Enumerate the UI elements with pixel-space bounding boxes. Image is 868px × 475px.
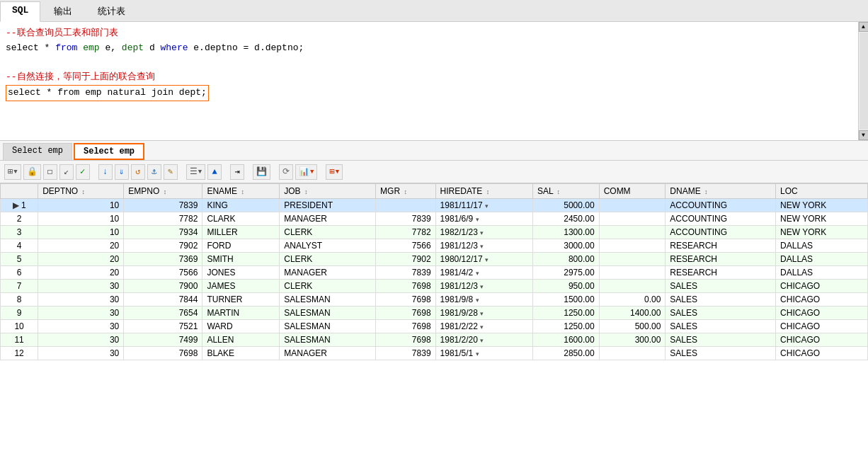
cell-mgr: 7902 <box>376 253 436 266</box>
result-tab-1[interactable]: Select emp <box>3 143 72 160</box>
cell-empno: 7844 <box>124 293 202 307</box>
nav-up-btn[interactable]: ▲ <box>207 164 222 180</box>
scroll-down-btn[interactable]: ▼ <box>859 130 869 140</box>
table-row[interactable]: 11307499ALLENSALESMAN76981981/2/20 ▾1600… <box>1 333 868 347</box>
table-row[interactable]: ▶ 1107839KINGPRESIDENT1981/11/17 ▾5000.0… <box>1 199 868 212</box>
cell-sal: 1600.00 <box>532 333 599 347</box>
cell-deptno: 20 <box>38 253 124 266</box>
col-header-comm[interactable]: COMM <box>599 184 666 199</box>
import-btn[interactable]: ↙ <box>59 164 74 180</box>
chart-btn[interactable]: 📊▼ <box>295 164 317 180</box>
cell-sal: 2450.00 <box>532 212 599 226</box>
cell-dname: SALES <box>666 333 776 347</box>
col-header-loc[interactable]: LOC <box>776 184 868 199</box>
cell-job: CLERK <box>280 226 376 239</box>
cell-ename: FORD <box>202 239 280 253</box>
cell-job: ANALYST <box>280 239 376 253</box>
anchor-btn[interactable]: ⚓ <box>147 164 161 180</box>
cell-ename: MARTIN <box>202 307 280 320</box>
sql-comment-2: --自然连接，等同于上面的联合查询 <box>6 70 862 85</box>
table-row[interactable]: 8307844TURNERSALESMAN76981981/9/8 ▾1500.… <box>1 293 868 307</box>
sql-line-2: select * from emp natural join dept; <box>6 85 862 101</box>
cell-dname: RESEARCH <box>666 253 776 266</box>
reload-btn[interactable]: ⟳ <box>279 164 293 180</box>
row-number: 12 <box>1 347 38 360</box>
col-header-deptno[interactable]: DEPTNO ↕ <box>38 184 124 199</box>
nav-down-all-btn[interactable]: ⇓ <box>115 164 129 180</box>
cell-comm <box>599 253 666 266</box>
cell-job: MANAGER <box>280 347 376 360</box>
save-btn[interactable]: 💾 <box>253 164 270 180</box>
cell-hiredate: 1980/12/17 ▾ <box>435 253 532 266</box>
cell-job: MANAGER <box>280 266 376 280</box>
table-row[interactable]: 2107782CLARKMANAGER78391981/6/9 ▾2450.00… <box>1 212 868 226</box>
cell-mgr: 7839 <box>376 266 436 280</box>
sql-editor[interactable]: --联合查询员工表和部门表 select * from emp e, dept … <box>0 22 868 141</box>
refresh-btn[interactable]: ↺ <box>131 164 145 180</box>
cell-loc: CHICAGO <box>776 293 868 307</box>
tab-output[interactable]: 输出 <box>42 1 84 21</box>
cell-loc: NEW YORK <box>776 226 868 239</box>
edit-btn[interactable]: ✎ <box>164 164 178 180</box>
cell-dname: SALES <box>666 320 776 333</box>
scroll-up-btn[interactable]: ▲ <box>859 22 869 32</box>
cell-empno: 7839 <box>124 199 202 212</box>
col-header-sal[interactable]: SAL ↕ <box>532 184 599 199</box>
table-row[interactable]: 3107934MILLERCLERK77821982/1/23 ▾1300.00… <box>1 226 868 239</box>
cell-comm: 0.00 <box>599 293 666 307</box>
table-row[interactable]: 12307698BLAKEMANAGER78391981/5/1 ▾2850.0… <box>1 347 868 360</box>
check-btn[interactable]: ✓ <box>76 164 90 180</box>
cell-job: CLERK <box>280 280 376 293</box>
tab-sql[interactable]: SQL <box>0 1 40 22</box>
cell-ename: MILLER <box>202 226 280 239</box>
col-header-empno[interactable]: EMPNO ↕ <box>124 184 202 199</box>
cell-mgr: 7698 <box>376 333 436 347</box>
cell-deptno: 30 <box>38 347 124 360</box>
grid-toggle-btn[interactable]: ⊞▼ <box>4 164 21 180</box>
cell-loc: DALLAS <box>776 253 868 266</box>
result-tab-2[interactable]: Select emp <box>74 143 144 160</box>
row-number: 3 <box>1 226 38 239</box>
cell-dname: ACCOUNTING <box>666 199 776 212</box>
table-row[interactable]: 6207566JONESMANAGER78391981/4/2 ▾2975.00… <box>1 266 868 280</box>
table-row[interactable]: 7307900JAMESCLERK76981981/12/3 ▾950.00SA… <box>1 280 868 293</box>
lock-btn[interactable]: 🔒 <box>23 164 41 180</box>
cell-hiredate: 1981/6/9 ▾ <box>435 212 532 226</box>
col-header-ename[interactable]: ENAME ↕ <box>202 184 280 199</box>
col-header-hiredate[interactable]: HIREDATE ↕ <box>435 184 532 199</box>
row-number: 5 <box>1 253 38 266</box>
table-layout-btn[interactable]: ⊞▼ <box>326 164 343 180</box>
cell-empno: 7499 <box>124 333 202 347</box>
tab-stats[interactable]: 统计表 <box>86 1 137 21</box>
tabs-bar: SQL 输出 统计表 <box>0 0 868 22</box>
cell-loc: CHICAGO <box>776 307 868 320</box>
toolbar: ⊞▼ 🔒 ☐ ↙ ✓ ↓ ⇓ ↺ ⚓ ✎ ☰▼ ▲ ⇥ 💾 ⟳ 📊▼ ⊞▼ <box>0 161 868 183</box>
cell-hiredate: 1981/4/2 ▾ <box>435 266 532 280</box>
export-btn[interactable]: ☰▼ <box>186 164 205 180</box>
cell-mgr: 7839 <box>376 212 436 226</box>
table-row[interactable]: 4207902FORDANALYST75661981/12/3 ▾3000.00… <box>1 239 868 253</box>
cell-sal: 1250.00 <box>532 307 599 320</box>
cell-hiredate: 1981/12/3 ▾ <box>435 280 532 293</box>
cell-empno: 7782 <box>124 212 202 226</box>
col-header-mgr[interactable]: MGR ↕ <box>376 184 436 199</box>
cell-loc: DALLAS <box>776 266 868 280</box>
editor-scrollbar[interactable]: ▲ ▼ <box>858 22 868 140</box>
new-record-btn[interactable]: ☐ <box>43 164 57 180</box>
cell-job: SALESMAN <box>280 320 376 333</box>
table-row[interactable]: 5207369SMITHCLERK79021980/12/17 ▾800.00R… <box>1 253 868 266</box>
sql-comment-1: --联合查询员工表和部门表 <box>6 26 862 41</box>
cell-ename: BLAKE <box>202 347 280 360</box>
nav-down-btn[interactable]: ↓ <box>98 164 113 180</box>
data-grid-wrapper[interactable]: DEPTNO ↕ EMPNO ↕ ENAME ↕ JOB ↕ MGR ↕ HIR… <box>0 183 868 475</box>
table-row[interactable]: 10307521WARDSALESMAN76981981/2/22 ▾1250.… <box>1 320 868 333</box>
col-header-dname[interactable]: DNAME ↕ <box>666 184 776 199</box>
cell-loc: CHICAGO <box>776 333 868 347</box>
row-number: 11 <box>1 333 38 347</box>
cell-deptno: 30 <box>38 307 124 320</box>
cell-comm: 500.00 <box>599 320 666 333</box>
col-header-job[interactable]: JOB ↕ <box>280 184 376 199</box>
cell-empno: 7698 <box>124 347 202 360</box>
table-row[interactable]: 9307654MARTINSALESMAN76981981/9/28 ▾1250… <box>1 307 868 320</box>
tab-btn[interactable]: ⇥ <box>230 164 244 180</box>
